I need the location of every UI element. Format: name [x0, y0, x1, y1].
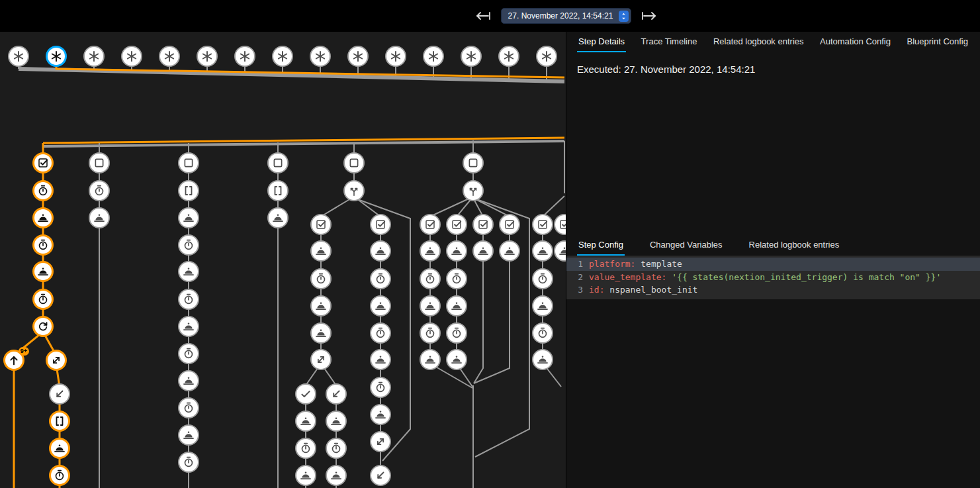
dome-node[interactable]: [178, 316, 199, 337]
tab-step-config[interactable]: Step Config: [577, 235, 625, 256]
timer-node[interactable]: [49, 465, 70, 486]
dome-node[interactable]: [267, 207, 289, 228]
dome-node[interactable]: [178, 261, 199, 282]
timer-node[interactable]: [370, 268, 391, 289]
timer-node[interactable]: [32, 180, 54, 201]
asterisk-node[interactable]: [46, 46, 67, 67]
dome-node[interactable]: [446, 240, 467, 262]
tab-automation-config[interactable]: Automation Config: [819, 32, 892, 52]
asterisk-node[interactable]: [234, 46, 255, 67]
asterisk-node[interactable]: [197, 46, 218, 67]
asterisk-node[interactable]: [347, 46, 369, 67]
tab-blueprint-config[interactable]: Blueprint Config: [905, 32, 969, 52]
timer-node[interactable]: [178, 452, 199, 473]
tab-step-details[interactable]: Step Details: [577, 32, 626, 52]
asterisk-node[interactable]: [423, 46, 444, 67]
dome-node[interactable]: [370, 404, 391, 425]
timer-node[interactable]: [178, 289, 199, 310]
asterisk-node[interactable]: [8, 46, 29, 67]
choose-node[interactable]: [463, 180, 484, 201]
dome-node[interactable]: [32, 261, 54, 282]
dome-node[interactable]: [499, 240, 520, 262]
asterisk-node[interactable]: [272, 46, 293, 67]
previous-run-button[interactable]: [474, 10, 492, 22]
timer-node[interactable]: [446, 322, 467, 344]
dome-node[interactable]: [370, 349, 391, 370]
expand-node[interactable]: [46, 350, 67, 371]
dome-node[interactable]: [310, 240, 332, 262]
dome-node[interactable]: [420, 240, 441, 262]
square-node[interactable]: [267, 152, 289, 173]
dome-node[interactable]: [49, 438, 70, 459]
timer-node[interactable]: [446, 268, 467, 289]
checkbox-node[interactable]: [310, 214, 332, 235]
choose-node[interactable]: [343, 180, 365, 201]
dome-node[interactable]: [178, 207, 199, 228]
timer-node[interactable]: [326, 438, 347, 459]
arrow-dl-node[interactable]: [326, 383, 347, 405]
timer-node[interactable]: [32, 289, 54, 310]
asterisk-node[interactable]: [121, 46, 142, 67]
asterisk-node[interactable]: [536, 46, 557, 67]
timer-node[interactable]: [532, 268, 553, 289]
timer-node[interactable]: [310, 268, 332, 289]
timer-node[interactable]: [370, 322, 391, 344]
dome-node[interactable]: [310, 322, 332, 344]
dome-node[interactable]: [532, 349, 553, 370]
checkbox-node[interactable]: [370, 214, 391, 235]
run-selector[interactable]: 27. November 2022, 14:54:21: [501, 8, 632, 24]
brackets-node[interactable]: [267, 180, 289, 201]
expand-node[interactable]: [310, 349, 332, 370]
timer-node[interactable]: [420, 322, 441, 344]
dome-node[interactable]: [420, 295, 441, 317]
dome-node[interactable]: [326, 465, 347, 486]
tab-trace-timeline[interactable]: Trace Timeline: [640, 32, 699, 52]
arrow-dl-node[interactable]: [49, 383, 70, 405]
square-node[interactable]: [343, 152, 365, 173]
dome-node[interactable]: [295, 465, 316, 486]
arrow-dl-node[interactable]: [370, 465, 391, 486]
dome-node[interactable]: [178, 370, 199, 391]
timer-node[interactable]: [178, 397, 199, 418]
dome-node[interactable]: [370, 240, 391, 262]
asterisk-node[interactable]: [310, 46, 331, 67]
timer-node[interactable]: [370, 377, 391, 398]
dome-node[interactable]: [446, 349, 467, 370]
arrow-up-node[interactable]: 9+: [3, 350, 24, 371]
tab-changed-variables[interactable]: Changed Variables: [648, 235, 724, 256]
square-node[interactable]: [178, 152, 199, 173]
checkbox-node[interactable]: [472, 214, 494, 235]
asterisk-node[interactable]: [159, 46, 180, 67]
dome-node[interactable]: [370, 295, 391, 317]
asterisk-node[interactable]: [461, 46, 482, 67]
dome-node[interactable]: [310, 295, 332, 317]
checkbox-node[interactable]: [532, 214, 553, 235]
dome-node[interactable]: [420, 349, 441, 370]
timer-node[interactable]: [178, 343, 199, 364]
square-node[interactable]: [89, 152, 110, 173]
timer-node[interactable]: [420, 268, 441, 289]
checkbox-node[interactable]: [446, 214, 467, 235]
step-config-code[interactable]: 1platform: template2value_template: '{{ …: [566, 256, 980, 299]
dome-node[interactable]: [178, 424, 199, 446]
asterisk-node[interactable]: [83, 46, 105, 67]
dome-node[interactable]: [32, 207, 54, 228]
repeat-node[interactable]: [32, 316, 54, 337]
dome-node[interactable]: [89, 207, 110, 228]
timer-node[interactable]: [32, 234, 54, 256]
dome-node[interactable]: [295, 411, 316, 432]
check-node[interactable]: [295, 383, 316, 405]
checkbox-node[interactable]: [499, 214, 520, 235]
timer-node[interactable]: [178, 234, 199, 256]
checkbox-node[interactable]: [420, 214, 441, 235]
timer-node[interactable]: [89, 180, 110, 201]
brackets-node[interactable]: [49, 411, 70, 432]
dome-node[interactable]: [472, 240, 494, 262]
asterisk-node[interactable]: [385, 46, 406, 67]
timer-node[interactable]: [532, 322, 553, 344]
dome-node[interactable]: [532, 240, 553, 262]
brackets-node[interactable]: [178, 180, 199, 201]
checkbox-node[interactable]: [32, 152, 54, 173]
square-node[interactable]: [463, 152, 484, 173]
tab-related-logbook-entries[interactable]: Related logbook entries: [712, 32, 805, 52]
